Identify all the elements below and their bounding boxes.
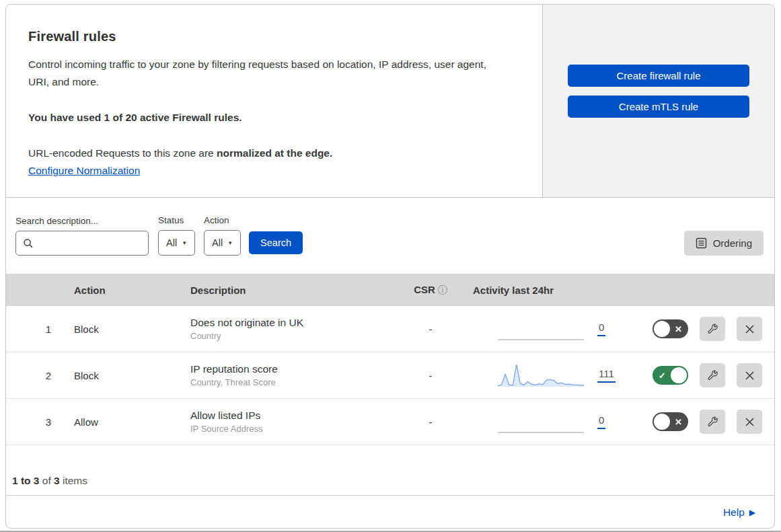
search-label: Search description... [15,216,149,226]
rule-activity-cell: 111 [464,362,626,389]
rule-description: Does not originate in UK [190,317,397,329]
edit-rule-button[interactable] [700,317,725,341]
items-range: 1 to 3 [12,475,39,486]
wrench-icon [706,416,718,428]
action-filter-group: Action All▼ [204,215,241,256]
normalization-bold-text: normalized at the edge. [217,147,332,159]
rule-criteria: IP Source Address [190,424,397,434]
wrench-icon [706,323,718,335]
chevron-down-icon: ▼ [182,240,187,246]
action-value: All [212,237,223,248]
status-value: All [166,237,177,248]
ordering-button[interactable]: Ordering [684,231,764,256]
toggle-knob [654,414,670,430]
delete-rule-button[interactable] [737,317,762,341]
page-description: Control incoming traffic to your zone by… [28,56,502,91]
table-header-activity: Activity last 24hr [464,284,626,296]
chevron-down-icon: ▼ [227,240,233,246]
create-mtls-rule-button[interactable]: Create mTLS rule [568,96,749,118]
rule-csr: - [397,324,464,335]
rule-csr: - [397,416,464,428]
rule-enabled-toggle[interactable]: ✓ [653,366,688,385]
search-icon [23,238,34,249]
toggle-knob [671,367,687,383]
table-header-action: Action [65,284,182,296]
normalization-notice: URL-encoded Requests to this zone are no… [28,145,502,162]
header-text-panel: Firewall rules Control incoming traffic … [6,5,543,197]
activity-sparkline [498,315,584,342]
rule-number: 1 [6,324,65,335]
action-dropdown[interactable]: All▼ [204,230,241,256]
edit-rule-button[interactable] [700,363,725,387]
rule-criteria: Country, Threat Score [190,377,397,387]
help-bar: Help▶ [6,496,774,529]
rule-action: Block [65,370,182,381]
table-header-csr: CSRⓘ [397,284,464,297]
normalization-text: URL-encoded Requests to this zone are [28,147,217,159]
create-firewall-rule-button[interactable]: Create firewall rule [568,65,749,87]
rule-description-cell: Allow listed IPs IP Source Address [182,410,397,434]
csr-label: CSR [414,284,435,295]
search-box [15,231,149,256]
toggle-state-icon: ✕ [675,418,682,426]
table-row: 1 Block Does not originate in UK Country… [6,306,774,352]
status-label: Status [158,215,195,225]
items-word: items [63,475,87,486]
toggle-knob [654,321,670,337]
firewall-rules-card: Firewall rules Control incoming traffic … [5,4,775,529]
rule-action: Allow [65,416,182,428]
rule-controls: ✓ [626,363,774,387]
edit-rule-button[interactable] [700,410,725,434]
rule-description: IP reputation score [190,363,397,375]
ordering-list-icon [696,237,707,249]
help-link[interactable]: Help▶ [723,506,755,519]
table-header: Action Description CSRⓘ Activity last 24… [6,274,774,306]
toggle-state-icon: ✕ [675,325,682,334]
rule-controls: ✕ [626,317,774,341]
items-total: 3 [54,475,60,486]
status-filter-group: Status All▼ [158,215,195,256]
delete-rule-button[interactable] [737,363,762,387]
configure-normalization-link[interactable]: Configure Normalization [28,165,140,176]
rule-number: 2 [6,370,65,381]
search-input[interactable] [39,231,161,255]
header-section: Firewall rules Control incoming traffic … [6,5,774,198]
help-label: Help [723,506,745,519]
activity-count-link[interactable]: 111 [597,368,616,383]
page-title: Firewall rules [28,29,502,44]
table-header-description: Description [182,284,397,296]
rule-description-cell: Does not originate in UK Country [182,317,397,341]
firewall-rules-page: Firewall rules Control incoming traffic … [0,0,781,532]
search-group: Search description... [15,216,149,256]
status-dropdown[interactable]: All▼ [158,230,195,256]
close-icon [744,370,755,381]
rule-controls: ✕ [626,410,774,434]
wrench-icon [706,369,718,381]
rule-criteria: Country [190,331,397,341]
usage-notice: You have used 1 of 20 active Firewall ru… [28,109,502,126]
table-row: 2 Block IP reputation score Country, Thr… [6,352,774,399]
actions-panel: Create firewall rule Create mTLS rule [543,5,774,197]
rule-action: Block [65,324,182,335]
toggle-state-icon: ✓ [659,371,666,380]
delete-rule-button[interactable] [737,410,762,434]
pagination-summary: 1 to 3 of 3 items [6,445,774,496]
action-label: Action [204,215,241,225]
activity-sparkline [498,362,584,389]
caret-right-icon: ▶ [749,508,755,517]
of-word: of [42,475,51,486]
close-icon [744,416,755,428]
rule-activity-cell: 0 [464,408,626,435]
activity-sparkline [498,408,584,435]
rule-description-cell: IP reputation score Country, Threat Scor… [182,363,397,387]
info-icon[interactable]: ⓘ [438,284,447,295]
rule-csr: - [397,370,464,381]
search-button[interactable]: Search [249,231,303,254]
rule-description: Allow listed IPs [190,410,397,422]
rule-enabled-toggle[interactable]: ✕ [653,412,688,431]
rule-enabled-toggle[interactable]: ✕ [653,319,688,338]
ordering-button-label: Ordering [713,237,752,249]
activity-count-link[interactable]: 0 [597,321,605,336]
activity-count-link[interactable]: 0 [597,414,605,429]
table-row: 3 Allow Allow listed IPs IP Source Addre… [6,399,774,445]
